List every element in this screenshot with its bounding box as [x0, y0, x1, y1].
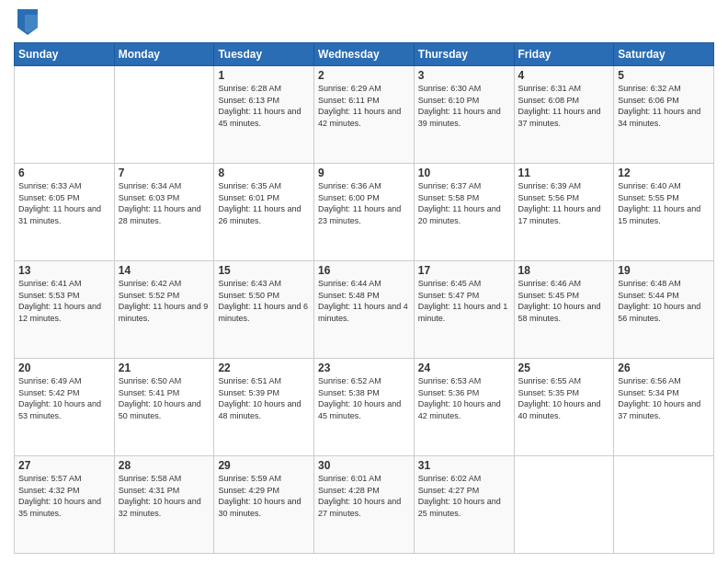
page: SundayMondayTuesdayWednesdayThursdayFrid…: [0, 0, 728, 563]
day-cell: 9Sunrise: 6:36 AM Sunset: 6:00 PM Daylig…: [314, 164, 415, 261]
day-number: 6: [18, 167, 110, 179]
day-number: 7: [119, 167, 210, 179]
svg-marker-1: [25, 15, 38, 33]
day-info: Sunrise: 6:36 AM Sunset: 6:00 PM Dayligh…: [318, 180, 410, 226]
day-cell: 19Sunrise: 6:48 AM Sunset: 5:44 PM Dayli…: [614, 261, 714, 359]
day-number: 27: [18, 459, 110, 472]
day-info: Sunrise: 6:01 AM Sunset: 4:28 PM Dayligh…: [318, 473, 410, 519]
day-info: Sunrise: 6:28 AM Sunset: 6:13 PM Dayligh…: [218, 83, 310, 129]
day-number: 20: [18, 362, 110, 374]
day-number: 26: [618, 362, 710, 374]
day-cell: 18Sunrise: 6:46 AM Sunset: 5:45 PM Dayli…: [514, 261, 614, 359]
day-cell: 1Sunrise: 6:28 AM Sunset: 6:13 PM Daylig…: [214, 66, 314, 164]
day-cell: 6Sunrise: 6:33 AM Sunset: 6:05 PM Daylig…: [15, 164, 115, 261]
logo-text: [14, 9, 38, 35]
day-number: 23: [318, 362, 410, 374]
day-number: 9: [318, 167, 410, 179]
day-cell: 17Sunrise: 6:45 AM Sunset: 5:47 PM Dayli…: [414, 261, 514, 359]
day-cell: 23Sunrise: 6:52 AM Sunset: 5:38 PM Dayli…: [314, 359, 415, 456]
day-number: 24: [418, 362, 510, 374]
day-number: 17: [418, 264, 510, 277]
day-info: Sunrise: 5:59 AM Sunset: 4:29 PM Dayligh…: [218, 473, 310, 519]
day-info: Sunrise: 6:44 AM Sunset: 5:48 PM Dayligh…: [318, 278, 410, 324]
day-number: 18: [518, 264, 610, 277]
day-cell: 12Sunrise: 6:40 AM Sunset: 5:55 PM Dayli…: [614, 164, 714, 261]
header: [14, 9, 714, 35]
day-cell: 29Sunrise: 5:59 AM Sunset: 4:29 PM Dayli…: [214, 456, 314, 554]
day-info: Sunrise: 6:32 AM Sunset: 6:06 PM Dayligh…: [618, 83, 710, 129]
day-info: Sunrise: 6:48 AM Sunset: 5:44 PM Dayligh…: [618, 278, 710, 324]
day-cell: 11Sunrise: 6:39 AM Sunset: 5:56 PM Dayli…: [514, 164, 614, 261]
day-cell: 14Sunrise: 6:42 AM Sunset: 5:52 PM Dayli…: [114, 261, 214, 359]
day-info: Sunrise: 5:57 AM Sunset: 4:32 PM Dayligh…: [18, 473, 110, 519]
day-info: Sunrise: 6:37 AM Sunset: 5:58 PM Dayligh…: [418, 180, 510, 226]
day-number: 28: [119, 459, 210, 472]
day-number: 3: [418, 69, 510, 82]
day-info: Sunrise: 6:30 AM Sunset: 6:10 PM Dayligh…: [418, 83, 510, 129]
day-info: Sunrise: 6:56 AM Sunset: 5:34 PM Dayligh…: [618, 375, 710, 421]
day-cell: 16Sunrise: 6:44 AM Sunset: 5:48 PM Dayli…: [314, 261, 415, 359]
day-info: Sunrise: 6:52 AM Sunset: 5:38 PM Dayligh…: [318, 375, 410, 421]
day-info: Sunrise: 6:45 AM Sunset: 5:47 PM Dayligh…: [418, 278, 510, 324]
column-header-friday: Friday: [514, 43, 614, 66]
day-info: Sunrise: 6:02 AM Sunset: 4:27 PM Dayligh…: [418, 473, 510, 519]
column-header-saturday: Saturday: [614, 43, 714, 66]
day-cell: 21Sunrise: 6:50 AM Sunset: 5:41 PM Dayli…: [114, 359, 214, 456]
day-number: 10: [418, 167, 510, 179]
day-number: 19: [618, 264, 710, 277]
day-cell: 10Sunrise: 6:37 AM Sunset: 5:58 PM Dayli…: [414, 164, 514, 261]
day-info: Sunrise: 6:31 AM Sunset: 6:08 PM Dayligh…: [518, 83, 610, 129]
week-row-1: 6Sunrise: 6:33 AM Sunset: 6:05 PM Daylig…: [15, 164, 714, 261]
day-number: 30: [318, 459, 410, 472]
header-row: SundayMondayTuesdayWednesdayThursdayFrid…: [15, 43, 714, 66]
day-info: Sunrise: 6:49 AM Sunset: 5:42 PM Dayligh…: [18, 375, 110, 421]
day-info: Sunrise: 6:35 AM Sunset: 6:01 PM Dayligh…: [218, 180, 310, 226]
day-info: Sunrise: 6:50 AM Sunset: 5:41 PM Dayligh…: [119, 375, 210, 421]
day-cell: 30Sunrise: 6:01 AM Sunset: 4:28 PM Dayli…: [314, 456, 415, 554]
day-info: Sunrise: 6:39 AM Sunset: 5:56 PM Dayligh…: [518, 180, 610, 226]
day-cell: [114, 66, 214, 164]
day-cell: 22Sunrise: 6:51 AM Sunset: 5:39 PM Dayli…: [214, 359, 314, 456]
week-row-3: 20Sunrise: 6:49 AM Sunset: 5:42 PM Dayli…: [15, 359, 714, 456]
day-number: 31: [418, 459, 510, 472]
day-info: Sunrise: 5:58 AM Sunset: 4:31 PM Dayligh…: [119, 473, 210, 519]
day-info: Sunrise: 6:51 AM Sunset: 5:39 PM Dayligh…: [218, 375, 310, 421]
day-cell: 20Sunrise: 6:49 AM Sunset: 5:42 PM Dayli…: [15, 359, 115, 456]
day-cell: 15Sunrise: 6:43 AM Sunset: 5:50 PM Dayli…: [214, 261, 314, 359]
week-row-0: 1Sunrise: 6:28 AM Sunset: 6:13 PM Daylig…: [15, 66, 714, 164]
column-header-wednesday: Wednesday: [314, 43, 415, 66]
day-info: Sunrise: 6:40 AM Sunset: 5:55 PM Dayligh…: [618, 180, 710, 226]
day-cell: 24Sunrise: 6:53 AM Sunset: 5:36 PM Dayli…: [414, 359, 514, 456]
day-cell: [614, 456, 714, 554]
day-number: 1: [218, 69, 310, 82]
day-info: Sunrise: 6:33 AM Sunset: 6:05 PM Dayligh…: [18, 180, 110, 226]
day-info: Sunrise: 6:55 AM Sunset: 5:35 PM Dayligh…: [518, 375, 610, 421]
day-cell: 7Sunrise: 6:34 AM Sunset: 6:03 PM Daylig…: [114, 164, 214, 261]
day-cell: 8Sunrise: 6:35 AM Sunset: 6:01 PM Daylig…: [214, 164, 314, 261]
column-header-monday: Monday: [114, 43, 214, 66]
day-number: 22: [218, 362, 310, 374]
day-number: 8: [218, 167, 310, 179]
day-info: Sunrise: 6:29 AM Sunset: 6:11 PM Dayligh…: [318, 83, 410, 129]
column-header-sunday: Sunday: [15, 43, 115, 66]
day-number: 13: [18, 264, 110, 277]
day-number: 15: [218, 264, 310, 277]
day-info: Sunrise: 6:34 AM Sunset: 6:03 PM Dayligh…: [119, 180, 210, 226]
day-cell: 13Sunrise: 6:41 AM Sunset: 5:53 PM Dayli…: [15, 261, 115, 359]
day-number: 21: [119, 362, 210, 374]
day-cell: 2Sunrise: 6:29 AM Sunset: 6:11 PM Daylig…: [314, 66, 415, 164]
day-number: 4: [518, 69, 610, 82]
day-number: 25: [518, 362, 610, 374]
calendar-table: SundayMondayTuesdayWednesdayThursdayFrid…: [14, 42, 714, 554]
logo: [14, 9, 38, 35]
day-number: 11: [518, 167, 610, 179]
column-header-tuesday: Tuesday: [214, 43, 314, 66]
logo-icon: [17, 9, 38, 35]
week-row-2: 13Sunrise: 6:41 AM Sunset: 5:53 PM Dayli…: [15, 261, 714, 359]
day-number: 16: [318, 264, 410, 277]
day-number: 12: [618, 167, 710, 179]
day-cell: 26Sunrise: 6:56 AM Sunset: 5:34 PM Dayli…: [614, 359, 714, 456]
day-info: Sunrise: 6:53 AM Sunset: 5:36 PM Dayligh…: [418, 375, 510, 421]
day-number: 14: [119, 264, 210, 277]
day-number: 5: [618, 69, 710, 82]
